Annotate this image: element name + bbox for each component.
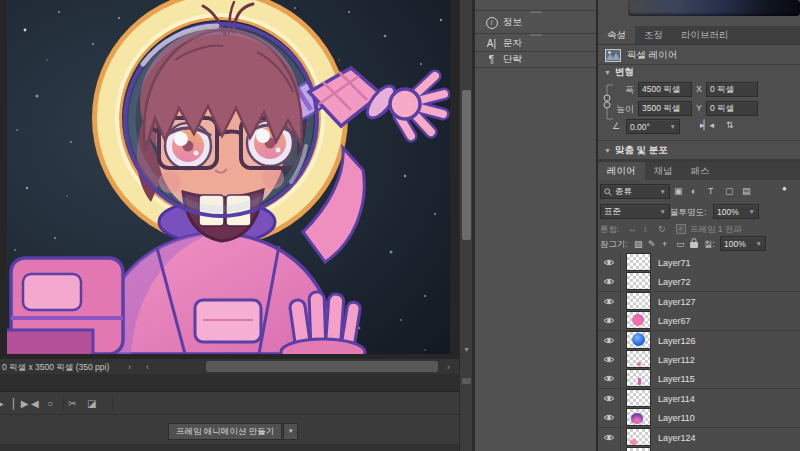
section-divider — [598, 140, 800, 141]
layer-name: Layer115 — [658, 374, 695, 384]
dock-panel-주석[interactable]: ▭주석 — [475, 0, 596, 11]
layers-tab-bar: 레이어채널패스 — [598, 162, 800, 181]
layer-visibility-eye-icon[interactable] — [598, 369, 621, 388]
layer-thumbnail[interactable] — [627, 332, 650, 348]
layer-visibility-eye-icon[interactable] — [598, 408, 621, 427]
unify-position-icon[interactable]: ↔ — [628, 223, 637, 235]
fill-label: 칠: — [704, 239, 715, 251]
layer-row[interactable]: Layer115 — [598, 369, 800, 389]
tab-채널[interactable]: 채널 — [645, 162, 682, 180]
propagate-frame-checkbox[interactable]: ✓ — [676, 224, 686, 234]
next-frame-icon[interactable]: ▏▶ — [13, 398, 28, 410]
vertical-scrollbar-thumb[interactable] — [462, 90, 471, 240]
y-label: Y — [692, 103, 702, 113]
layer-visibility-eye-icon[interactable] — [598, 272, 621, 291]
canvas-vertical-scrollbar[interactable]: ▾ — [459, 0, 473, 451]
scroll-left-arrow-icon[interactable]: ‹ — [146, 362, 149, 372]
height-input[interactable]: 3500 픽셀 — [638, 101, 692, 116]
dock-panel-문자[interactable]: A|문자 — [475, 35, 596, 52]
blend-mode-select[interactable]: 표준▼ — [600, 204, 670, 219]
tab-조정[interactable]: 조정 — [635, 26, 672, 44]
type-filter-icon[interactable]: T — [708, 185, 714, 197]
helmet-glass — [125, 24, 317, 216]
layer-thumbnail[interactable] — [627, 273, 650, 289]
dock-panel-label: 문자 — [503, 37, 522, 50]
layer-visibility-eye-icon[interactable] — [598, 447, 621, 451]
lock-all-icon[interactable] — [690, 238, 698, 251]
align-section-header[interactable]: ▼맞춤 및 분포 — [604, 144, 668, 157]
layer-row[interactable]: Layer112 — [598, 350, 800, 370]
layer-row[interactable]: Layer67 — [598, 311, 800, 331]
create-frame-animation-button[interactable]: 프레임 애니메이션 만들기 — [168, 423, 282, 440]
scroll-right-arrow-icon[interactable]: › — [447, 362, 450, 372]
status-expand-icon[interactable]: › — [128, 362, 131, 372]
layer-thumbnail[interactable] — [627, 429, 650, 445]
lock-move-icon[interactable]: + — [662, 238, 667, 250]
layer-visibility-eye-icon[interactable] — [598, 428, 621, 447]
pixel-layer-icon — [605, 49, 621, 62]
flip-horizontal-icon[interactable]: ▸▏◂ — [700, 120, 713, 130]
tab-레이어[interactable]: 레이어 — [598, 162, 645, 180]
shape-filter-icon[interactable]: ▢ — [725, 185, 734, 197]
transform-section-header[interactable]: ▼변형 — [604, 66, 634, 79]
play-icon[interactable]: ▶ — [0, 398, 4, 410]
tab-속성[interactable]: 속성 — [598, 26, 635, 44]
layer-thumbnail[interactable] — [627, 370, 650, 386]
layer-row[interactable]: Layer126 — [598, 331, 800, 351]
lock-brush-icon[interactable]: ✎ — [648, 238, 656, 250]
flip-vertical-icon[interactable]: ⇅ — [726, 120, 733, 130]
width-input[interactable]: 4500 픽셀 — [638, 82, 692, 97]
layer-thumbnail[interactable] — [627, 293, 650, 309]
dock-panel-정보[interactable]: i정보 — [475, 11, 596, 34]
layer-row[interactable]: Layer72 — [598, 272, 800, 292]
layer-thumbnail[interactable] — [627, 409, 650, 425]
layer-thumbnail[interactable] — [627, 390, 650, 406]
unify-scale-icon[interactable]: ↕ — [643, 223, 648, 235]
layer-list: Layer71Layer72Layer127Layer67Layer126Lay… — [598, 253, 800, 451]
layer-row[interactable] — [598, 447, 800, 451]
transition-icon[interactable]: ◪ — [87, 398, 96, 410]
fill-input[interactable]: 100%▼ — [720, 236, 766, 251]
pixel-filter-icon[interactable]: ▣ — [674, 185, 683, 197]
x-input[interactable]: 0 픽셀 — [706, 82, 758, 97]
prev-frame-icon[interactable]: ◀ — [31, 398, 39, 410]
layer-row[interactable]: Layer127 — [598, 292, 800, 312]
dock-panel-단락[interactable]: ¶단락 — [475, 51, 596, 68]
adjustment-filter-icon[interactable]: ◐ — [691, 185, 696, 197]
layer-name: Layer124 — [658, 433, 696, 443]
layer-visibility-eye-icon[interactable] — [598, 331, 621, 350]
layer-row[interactable]: Layer124 — [598, 428, 800, 448]
horizontal-scrollbar-thumb[interactable] — [206, 361, 438, 372]
glove-lower — [281, 292, 365, 354]
filter-kind-select[interactable]: 종류▼ — [600, 184, 670, 199]
layer-visibility-eye-icon[interactable] — [598, 292, 621, 311]
opacity-input[interactable]: 100%▼ — [713, 204, 759, 219]
layer-visibility-eye-icon[interactable] — [598, 311, 621, 330]
create-animation-dropdown-icon[interactable]: ▾ — [283, 423, 298, 440]
filter-toggle-icon[interactable]: ● — [782, 184, 787, 193]
layer-thumbnail[interactable] — [627, 254, 650, 270]
right-panel-column: 속성조정라이브러리 픽셀 레이어 ▼변형 폭 4500 픽셀 X 0 픽셀 높이… — [598, 0, 800, 451]
layer-row[interactable]: Layer114 — [598, 389, 800, 409]
angle-input[interactable]: 0.00°▼ — [626, 119, 680, 134]
record-icon[interactable]: ○ — [47, 398, 53, 410]
layer-row[interactable]: Layer71 — [598, 253, 800, 273]
layer-thumbnail[interactable] — [627, 351, 650, 367]
unify-visibility-icon[interactable]: ↻ — [658, 223, 666, 235]
panel-gap — [0, 374, 459, 391]
y-input[interactable]: 0 픽셀 — [706, 101, 758, 116]
tab-라이브러리[interactable]: 라이브러리 — [672, 26, 738, 44]
lock-transparent-icon[interactable]: ▨ — [634, 238, 643, 250]
layer-row[interactable]: Layer110 — [598, 408, 800, 428]
split-icon[interactable]: ✂ — [68, 398, 76, 410]
smart-filter-icon[interactable]: ▤ — [742, 185, 751, 197]
layer-thumbnail[interactable] — [627, 312, 650, 328]
document-canvas[interactable] — [0, 0, 459, 358]
lock-artboard-icon[interactable]: ▭ — [676, 238, 685, 250]
layer-visibility-eye-icon[interactable] — [598, 350, 621, 369]
layer-visibility-eye-icon[interactable] — [598, 253, 621, 272]
layer-visibility-eye-icon[interactable] — [598, 389, 621, 408]
properties-tab-bar: 속성조정라이브러리 — [598, 26, 800, 45]
search-icon — [604, 188, 612, 196]
tab-패스[interactable]: 패스 — [682, 162, 719, 180]
